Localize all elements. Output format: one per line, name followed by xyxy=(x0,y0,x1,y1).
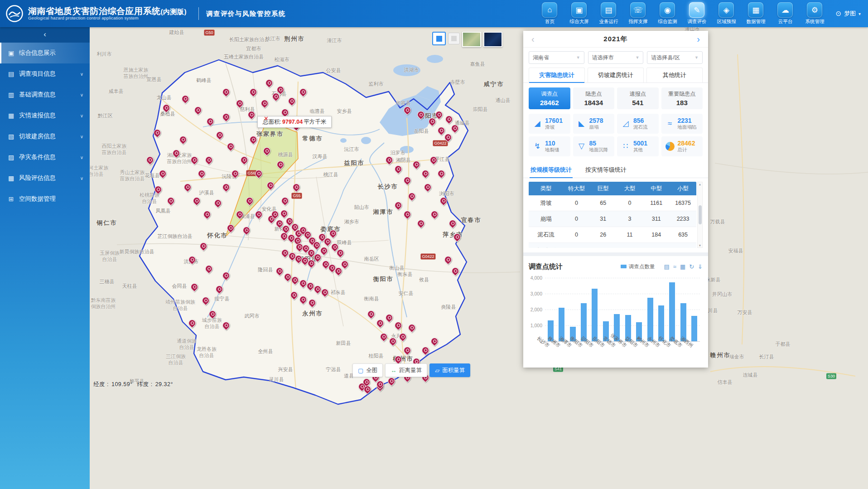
app-title-suffix: (内测版) xyxy=(161,8,187,15)
bar-group-湘潭市[interactable]: 湘潭市 xyxy=(567,278,578,341)
sidebar-item-label: 切坡建房信息 xyxy=(19,132,56,140)
line-chart-icon[interactable]: ≈ xyxy=(673,264,676,270)
road-badge: G50 xyxy=(204,30,214,36)
hazard-stat-总计[interactable]: 28462 总计 xyxy=(661,136,703,156)
nav-item-首页[interactable]: ⌂ 首页 xyxy=(538,2,561,25)
satellite-layer-thumbnail[interactable] xyxy=(462,32,481,47)
hazard-stat-value: 856 xyxy=(633,117,648,124)
hazard-stat-地裂缝[interactable]: ↯ 110 地裂缝 xyxy=(529,136,570,156)
sidebar-collapse-button[interactable]: ‹ xyxy=(0,27,90,43)
table-row[interactable]: 滑坡0650116116375 xyxy=(529,195,696,211)
download-icon[interactable]: ⇓ xyxy=(698,264,703,270)
bar-group-郴州市[interactable]: 郴州市 xyxy=(645,278,656,341)
sidebar-item-调查项目信息[interactable]: ▤ 调查项目信息 ∨ xyxy=(0,63,90,84)
bar-group-长沙市[interactable]: 长沙市 xyxy=(545,278,556,341)
chart-bar[interactable] xyxy=(647,298,653,341)
map-canvas xyxy=(90,27,868,489)
hazard-stat-崩塌[interactable]: ◣ 2578 崩塌 xyxy=(573,114,615,134)
sidebar-item-灾情速报信息[interactable]: ▦ 灾情速报信息 ∨ xyxy=(0,105,90,126)
nav-item-系统管理[interactable]: ⚙ 系统管理 xyxy=(803,2,826,25)
stat-card-重要隐患点[interactable]: 重要隐患点 183 xyxy=(661,87,703,109)
report-icon[interactable]: ▤ xyxy=(664,264,669,270)
table-row[interactable]: 崩塌03133112233 xyxy=(529,211,696,227)
tab-按灾情等级统计[interactable]: 按灾情等级统计 xyxy=(584,163,627,178)
risk-assess-icon: ▩ xyxy=(7,174,15,182)
sidebar-item-切坡建房信息[interactable]: ▧ 切坡建房信息 ∨ xyxy=(0,126,90,147)
chevron-down-icon: ∨ xyxy=(80,176,83,181)
bar-group-湘西州[interactable]: 湘西州 xyxy=(689,278,699,341)
tab-其他统计[interactable]: 其他统计 xyxy=(646,68,703,82)
tab-切坡建房统计[interactable]: 切坡建房统计 xyxy=(588,68,644,82)
nav-item-云平台[interactable]: ☁ 云平台 xyxy=(773,2,797,25)
scroll-down-icon[interactable]: ▼ xyxy=(699,244,701,247)
tab-按规模等级统计[interactable]: 按规模等级统计 xyxy=(530,163,573,178)
sidebar-item-空间数据管理[interactable]: ⊞ 空间数据管理 xyxy=(0,189,90,209)
sidebar-item-风险评估信息[interactable]: ▩ 风险评估信息 ∨ xyxy=(0,168,90,189)
stat-card-速报点[interactable]: 速报点 541 xyxy=(617,87,659,109)
hazard-stat-滑坡[interactable]: ◢ 17601 滑坡 xyxy=(529,114,570,134)
province-select[interactable]: 湖南省 ▼ xyxy=(529,51,584,64)
nav-item-综合监测[interactable]: ◉ 综合监测 xyxy=(656,2,679,25)
stat-card-隐患点[interactable]: 隐患点 18434 xyxy=(573,87,615,109)
scrollbar-thumb[interactable] xyxy=(699,205,702,224)
hazard-stat-value: 85 xyxy=(589,140,608,147)
table-header-row: 类型特大型巨型大型中型小型 xyxy=(529,182,696,195)
table-row[interactable]: 地面塌陷07593951752 xyxy=(529,243,696,248)
area-button[interactable]: ▱ 面积量算 xyxy=(429,363,470,377)
refresh-icon[interactable]: ↻ xyxy=(689,264,694,270)
header-nav: ⌂ 首页 ▣ 综合大屏 ▤ 业务运行 ☏ 指挥支撑 ◉ 综合监测 ✎ 调查评价 … xyxy=(538,2,826,25)
nav-item-业务运行[interactable]: ▤ 业务运行 xyxy=(597,2,620,25)
table-row[interactable]: 泥石流02611184635 xyxy=(529,227,696,243)
map-area[interactable]: 利川市建始县长阳土家族自治县宜都市枝江市荆州市潜江市五峰土家族自治县松滋市公安县… xyxy=(90,27,868,489)
sidebar-item-孕灾条件信息[interactable]: ▨ 孕灾条件信息 ∨ xyxy=(0,147,90,168)
chart-bar[interactable] xyxy=(691,316,697,341)
nav-item-数据管理[interactable]: ▦ 数据管理 xyxy=(744,2,767,25)
bar-group-岳阳市[interactable]: 岳阳市 xyxy=(600,278,611,341)
nav-item-综合大屏[interactable]: ▣ 综合大屏 xyxy=(567,2,591,25)
distance-button[interactable]: ↔ 距离量算 xyxy=(385,363,427,377)
nav-item-指挥支撑[interactable]: ☏ 指挥支撑 xyxy=(626,2,650,25)
bar-group-张家界市[interactable]: 张家界市 xyxy=(622,278,633,341)
select-value: 请选择市 xyxy=(592,54,614,62)
nav-label: 调查评价 xyxy=(685,19,709,25)
bar-group-常德市[interactable]: 常德市 xyxy=(612,278,622,341)
tab-灾害隐患统计[interactable]: 灾害隐患统计 xyxy=(529,68,585,82)
chart-bar[interactable] xyxy=(669,282,675,341)
vector-layer-icon[interactable] xyxy=(432,32,446,45)
nav-item-调查评价[interactable]: ✎ 调查评价 xyxy=(685,2,709,25)
chart-bar[interactable] xyxy=(592,289,598,341)
bar-group-怀化市[interactable]: 怀化市 xyxy=(667,278,678,341)
nav-item-区域预报[interactable]: ◈ 区域预报 xyxy=(714,2,738,25)
bar-group-衡阳市[interactable]: 衡阳市 xyxy=(578,278,589,341)
year-prev-button[interactable]: ‹ xyxy=(530,34,536,44)
hazard-stat-泥石流[interactable]: ◿ 856 泥石流 xyxy=(617,114,659,134)
cursor-coordinates: 经度 :109.59° 纬度 :29.32° xyxy=(93,381,176,388)
dark-layer-thumbnail[interactable] xyxy=(483,32,502,47)
hazard-stat-地面塌陷[interactable]: ≈ 2231 地面塌陷 xyxy=(661,114,703,134)
bar-chart-icon[interactable]: ▦ xyxy=(680,264,685,270)
stat-card-调查点[interactable]: 调查点 28462 xyxy=(529,87,570,109)
bar-group-益阳市[interactable]: 益阳市 xyxy=(633,278,644,341)
year-next-button[interactable]: › xyxy=(695,34,702,44)
bar-group-邵阳市[interactable]: 邵阳市 xyxy=(589,278,600,341)
sidebar-item-综合信息展示[interactable]: ▣ 综合信息展示 xyxy=(0,43,90,63)
blank-layer-icon[interactable] xyxy=(448,33,460,44)
measure-delete-icon[interactable]: ✕ xyxy=(264,115,269,122)
table-scrollbar[interactable]: ▲ ▼ xyxy=(697,182,703,248)
user-menu[interactable]: ⊙ 梦图 ▾ xyxy=(835,10,861,18)
sidebar-item-label: 风险评估信息 xyxy=(19,174,56,182)
nav-label: 首页 xyxy=(538,19,561,25)
fullmap-button[interactable]: ▢ 全图 xyxy=(352,363,383,377)
hazard-stat-value: 17601 xyxy=(545,117,563,124)
city-select[interactable]: 请选择市 ▼ xyxy=(588,51,644,64)
bar-group-娄底市[interactable]: 娄底市 xyxy=(678,278,689,341)
hazard-stat-其他[interactable]: ∷ 5001 其他 xyxy=(617,136,659,156)
table-cell: 31 xyxy=(590,216,617,222)
sidebar-item-基础调查信息[interactable]: ▥ 基础调查信息 ∨ xyxy=(0,84,90,105)
hazard-stat-地面沉降[interactable]: ▽ 85 地面沉降 xyxy=(573,136,615,156)
county-select[interactable]: 请选择县/区 ▼ xyxy=(647,51,703,64)
chart-legend[interactable]: 调查点数量 xyxy=(621,263,655,270)
scroll-up-icon[interactable]: ▲ xyxy=(699,183,701,186)
bar-group-永州市[interactable]: 永州市 xyxy=(656,278,666,341)
bar-group-株洲市[interactable]: 株洲市 xyxy=(556,278,567,341)
